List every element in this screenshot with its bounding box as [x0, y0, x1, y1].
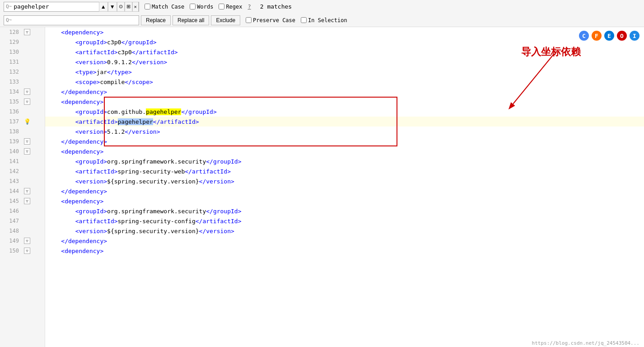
line-number: 149	[0, 238, 23, 244]
code-line: </dependency>	[45, 236, 644, 246]
search-settings-button[interactable]: ⊞	[125, 2, 132, 12]
search-field-wrap: Q~ ▲ ▼ ⊙ ⊞ ×	[4, 2, 139, 12]
preserve-case-checkbox[interactable]	[246, 17, 252, 23]
gutter-row: 128▽	[0, 27, 45, 37]
search-options-bottom: Preserve Case In Selection	[246, 17, 347, 23]
line-number: 135	[0, 98, 23, 105]
code-line: <type>jar</type>	[45, 67, 644, 77]
regex-option[interactable]: Regex	[219, 4, 242, 10]
gutter-row: 139▽	[0, 136, 45, 146]
code-line: <groupId>com.github.pagehelper</groupId>	[45, 107, 644, 117]
gutter-row: 129	[0, 37, 45, 47]
code-line: <dependency>	[45, 97, 644, 107]
gutter-row: 131	[0, 57, 45, 67]
replace-prefix-icon: Q~	[4, 17, 14, 23]
preserve-case-option[interactable]: Preserve Case	[246, 17, 295, 23]
preserve-case-label: Preserve Case	[253, 17, 295, 23]
bulb-icon[interactable]: 💡	[24, 118, 31, 125]
find-in-files-button[interactable]: ⊙	[117, 2, 125, 12]
line-number: 132	[0, 69, 23, 75]
close-search-button[interactable]: ×	[132, 2, 139, 12]
code-line: </dependency>	[45, 136, 644, 146]
toolbar-bottom-row: Q~ Replace Replace all Exclude Preserve …	[4, 14, 640, 27]
gutter-row: 134▽	[0, 87, 45, 97]
gutter-row: 145▽	[0, 196, 45, 206]
gutter-row: 136	[0, 107, 45, 117]
fold-icon[interactable]: ▽	[24, 138, 30, 145]
fold-icon[interactable]: ▽	[24, 238, 30, 244]
words-checkbox[interactable]	[190, 4, 196, 9]
line-number: 129	[0, 39, 23, 45]
match-case-checkbox[interactable]	[145, 4, 150, 9]
search-options-top: Match Case Words Regex ? 2 matches	[145, 3, 292, 10]
code-line: <artifactId>spring-security-web</artifac…	[45, 166, 644, 176]
code-line: <groupId>org.springframework.security</g…	[45, 206, 644, 216]
line-number: 147	[0, 218, 23, 224]
line-number: 143	[0, 178, 23, 184]
replace-all-button[interactable]: Replace all	[173, 15, 209, 25]
in-selection-label: In Selection	[308, 17, 347, 23]
fold-icon[interactable]: ▽	[24, 98, 30, 105]
code-line: <dependency>	[45, 196, 644, 206]
line-number: 137	[0, 118, 23, 125]
line-number: 144	[0, 188, 23, 194]
help-icon[interactable]: ?	[248, 4, 251, 10]
replace-input[interactable]	[14, 17, 139, 23]
code-line: <version>${spring.security.version}</ver…	[45, 226, 644, 236]
code-line: </dependency>	[45, 87, 644, 97]
chrome-icon[interactable]: C	[579, 31, 589, 41]
regex-checkbox[interactable]	[219, 4, 224, 9]
gutter-row: 142	[0, 166, 45, 176]
replace-button[interactable]: Replace	[141, 15, 171, 25]
match-case-option[interactable]: Match Case	[145, 4, 184, 10]
nav-next-button[interactable]: ▼	[108, 2, 117, 12]
code-line: <scope>compile</scope>	[45, 77, 644, 87]
gutter-row: 138	[0, 127, 45, 136]
in-selection-option[interactable]: In Selection	[301, 17, 347, 23]
fold-icon[interactable]: ▽	[24, 148, 30, 155]
search-input[interactable]	[14, 3, 99, 10]
line-number: 128	[0, 29, 23, 35]
toolbar-rows: Q~ ▲ ▼ ⊙ ⊞ × Match Case Words	[4, 0, 640, 27]
line-number: 134	[0, 89, 23, 95]
line-number: 146	[0, 208, 23, 214]
line-number: 141	[0, 158, 23, 164]
fold-icon[interactable]: ▽	[24, 89, 30, 95]
in-selection-checkbox[interactable]	[301, 17, 307, 23]
code-line: <version>0.9.1.2</version>	[45, 57, 644, 67]
gutter-row: 133	[0, 77, 45, 87]
firefox-icon[interactable]: F	[592, 31, 602, 41]
search-prefix-icon: Q~	[4, 4, 14, 9]
matches-count: 2 matches	[260, 3, 292, 10]
fold-icon[interactable]: ▽	[24, 188, 30, 194]
fold-icon[interactable]: ▽	[24, 29, 30, 35]
code-line: <dependency>	[45, 146, 644, 156]
line-number: 130	[0, 49, 23, 55]
fold-icon[interactable]: ▽	[24, 248, 30, 254]
toolbar-top-row: Q~ ▲ ▼ ⊙ ⊞ × Match Case Words	[4, 0, 640, 14]
match-case-label: Match Case	[152, 4, 184, 10]
toolbar: Q~ ▲ ▼ ⊙ ⊞ × Match Case Words	[0, 0, 644, 27]
url-bar: https://blog.csdn.net/jq_24543504...	[532, 340, 639, 346]
line-number: 145	[0, 198, 23, 204]
edge-icon[interactable]: E	[604, 31, 614, 41]
nav-prev-button[interactable]: ▲	[99, 2, 108, 12]
opera-icon[interactable]: O	[617, 31, 627, 41]
code-line: </dependency>	[45, 186, 644, 196]
line-number: 133	[0, 79, 23, 85]
words-option[interactable]: Words	[190, 4, 213, 10]
gutter-row: 140▽	[0, 146, 45, 156]
gutter-row: 141	[0, 156, 45, 166]
code-line: <groupId>org.springframework.security</g…	[45, 156, 644, 166]
line-number: 139	[0, 138, 23, 145]
fold-icon[interactable]: ▽	[24, 198, 30, 204]
ie-icon[interactable]: I	[630, 31, 639, 41]
line-number: 150	[0, 248, 23, 254]
line-gutter: 128▽129130131132133134▽135▽136137💡138139…	[0, 27, 45, 347]
gutter-row: 150▽	[0, 246, 45, 256]
code-area[interactable]: 导入坐标依赖 <dependency> <groupId>c3p0</group…	[45, 27, 644, 347]
code-line: <version>${spring.security.version}</ver…	[45, 176, 644, 186]
gutter-row: 144▽	[0, 186, 45, 196]
exclude-button[interactable]: Exclude	[211, 15, 240, 25]
editor-area: 128▽129130131132133134▽135▽136137💡138139…	[0, 27, 644, 347]
